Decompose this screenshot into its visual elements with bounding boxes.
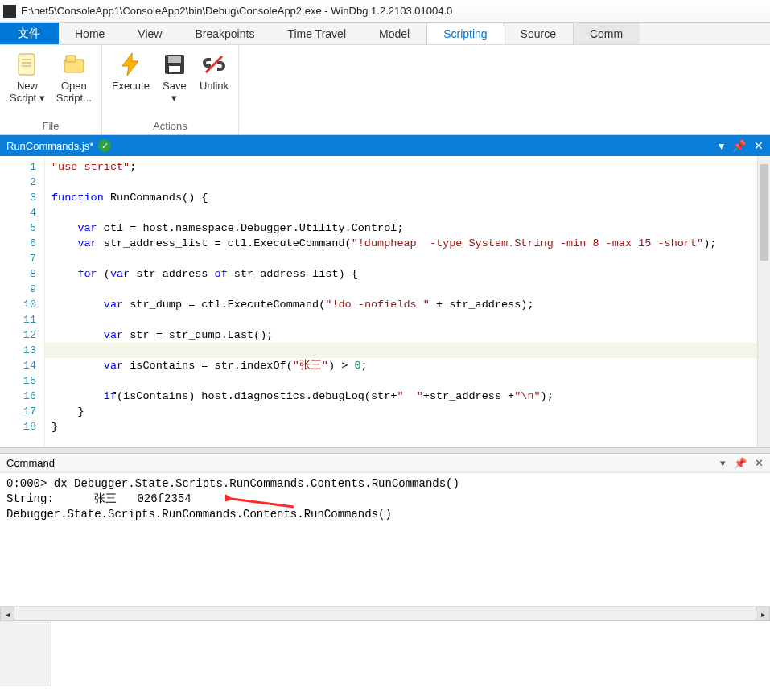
code-line[interactable] [51, 205, 770, 220]
svg-marker-6 [122, 53, 138, 76]
code-line[interactable] [51, 175, 770, 190]
command-input-row [0, 620, 770, 686]
line-number: 15 [0, 373, 36, 389]
code-line[interactable]: for (var str_address of str_address_list… [51, 266, 770, 282]
pin-icon[interactable]: 📌 [732, 139, 746, 152]
splitter[interactable] [0, 447, 770, 454]
line-number: 13 [0, 343, 36, 358]
ribbon-button-label: Execute [112, 80, 150, 93]
code-line[interactable]: var str_address_list = ctl.ExecuteComman… [51, 236, 770, 251]
tab-home[interactable]: Home [59, 23, 121, 44]
tab-file[interactable]: 文件 [0, 23, 59, 44]
ribbon-button-label: OpenScript... [56, 80, 92, 105]
status-ok-icon: ✓ [98, 139, 111, 152]
line-number: 2 [0, 175, 36, 190]
code-line[interactable]: var isContains = str.indexOf("张三") > 0; [51, 358, 770, 373]
unlink-button[interactable]: Unlink [195, 48, 233, 118]
code-line[interactable]: var str_dump = ctl.ExecuteCommand("!do -… [51, 297, 770, 312]
document-header: RunCommands.js* ✓ ▾ 📌 ✕ [0, 135, 770, 156]
code-line[interactable] [45, 343, 770, 358]
dropdown-icon[interactable]: ▾ [720, 457, 726, 469]
app-icon [3, 5, 16, 18]
horizontal-scrollbar[interactable]: ◂ ▸ [0, 606, 770, 620]
tab-comm[interactable]: Comm [573, 23, 640, 44]
svg-rect-5 [66, 56, 76, 62]
tab-breakpoints[interactable]: Breakpoints [179, 23, 271, 44]
script-open-icon [61, 51, 87, 77]
ribbon-tabs: 文件HomeViewBreakpointsTime TravelModelScr… [0, 23, 770, 45]
line-number: 11 [0, 312, 36, 327]
code-area[interactable]: "use strict"; function RunCommands() { v… [45, 156, 770, 447]
tab-time-travel[interactable]: Time Travel [271, 23, 363, 44]
ribbon-button-label: NewScript ▾ [10, 80, 45, 105]
command-input-side [0, 621, 51, 686]
command-output-line: 0:000> dx Debugger.State.Scripts.RunComm… [6, 476, 764, 492]
tab-source[interactable]: Source [504, 23, 573, 44]
code-line[interactable] [51, 282, 770, 297]
tab-model[interactable]: Model [363, 23, 426, 44]
line-number: 18 [0, 419, 36, 434]
tab-scripting[interactable]: Scripting [426, 23, 504, 44]
ribbon-button-label: Save▾ [163, 80, 187, 105]
code-editor[interactable]: 123456789101112131415161718 "use strict"… [0, 156, 770, 447]
scrollbar-thumb[interactable] [760, 164, 768, 261]
svg-rect-8 [168, 56, 181, 63]
command-output-line: String: 张三 026f2354 [6, 492, 764, 507]
line-number: 6 [0, 236, 36, 251]
code-line[interactable]: } [51, 419, 770, 434]
line-number: 3 [0, 190, 36, 205]
line-gutter: 123456789101112131415161718 [0, 156, 45, 447]
ribbon-group-title: File [5, 118, 97, 134]
open-button[interactable]: OpenScript... [51, 48, 97, 118]
line-number: 12 [0, 327, 36, 343]
bolt-icon [117, 51, 143, 77]
pin-icon[interactable]: 📌 [734, 457, 747, 469]
line-number: 16 [0, 389, 36, 404]
code-line[interactable]: if(isContains) host.diagnostics.debugLog… [51, 389, 770, 404]
line-number: 4 [0, 205, 36, 220]
line-number: 10 [0, 297, 36, 312]
scroll-right-icon[interactable]: ▸ [756, 607, 770, 621]
svg-rect-9 [169, 66, 180, 72]
code-line[interactable] [51, 312, 770, 327]
line-number: 8 [0, 266, 36, 282]
code-line[interactable] [51, 251, 770, 266]
ribbon-group-file: NewScript ▾OpenScript...File [0, 45, 102, 134]
dropdown-icon[interactable]: ▾ [719, 139, 724, 152]
ribbon-group-actions: ExecuteSave▾UnlinkActions [102, 45, 239, 134]
code-line[interactable]: var ctl = host.namespace.Debugger.Utilit… [51, 220, 770, 236]
line-number: 5 [0, 220, 36, 236]
execute-button[interactable]: Execute [107, 48, 154, 118]
command-panel-title: Command [6, 457, 55, 469]
new-button[interactable]: NewScript ▾ [5, 48, 50, 118]
ribbon-button-label: Unlink [200, 80, 229, 93]
command-output-line: Debugger.State.Scripts.RunCommands.Conte… [6, 507, 764, 522]
command-output[interactable]: 0:000> dx Debugger.State.Scripts.RunComm… [0, 473, 770, 606]
code-line[interactable] [51, 373, 770, 389]
ribbon-group-title: Actions [107, 118, 233, 134]
line-number: 14 [0, 358, 36, 373]
code-line[interactable]: function RunCommands() { [51, 190, 770, 205]
document-filename: RunCommands.js* [6, 140, 93, 152]
line-number: 1 [0, 159, 36, 175]
command-panel-header: Command ▾ 📌 ✕ [0, 454, 770, 473]
svg-rect-0 [19, 54, 35, 75]
vertical-scrollbar[interactable] [757, 156, 770, 447]
script-new-icon [14, 51, 40, 77]
titlebar: E:\net5\ConsoleApp1\ConsoleApp2\bin\Debu… [0, 0, 770, 23]
line-number: 17 [0, 404, 36, 419]
scroll-left-icon[interactable]: ◂ [0, 607, 14, 621]
ribbon: NewScript ▾OpenScript...FileExecuteSave▾… [0, 45, 770, 135]
unlink-icon [201, 51, 227, 77]
code-line[interactable]: var str = str_dump.Last(); [51, 327, 770, 343]
tab-view[interactable]: View [121, 23, 179, 44]
command-input[interactable] [51, 621, 770, 686]
line-number: 9 [0, 282, 36, 297]
close-icon[interactable]: ✕ [755, 457, 764, 469]
line-number: 7 [0, 251, 36, 266]
close-icon[interactable]: ✕ [754, 139, 764, 152]
code-line[interactable]: } [51, 404, 770, 419]
save-button[interactable]: Save▾ [156, 48, 193, 118]
code-line[interactable]: "use strict"; [51, 159, 770, 175]
save-icon [162, 51, 187, 77]
